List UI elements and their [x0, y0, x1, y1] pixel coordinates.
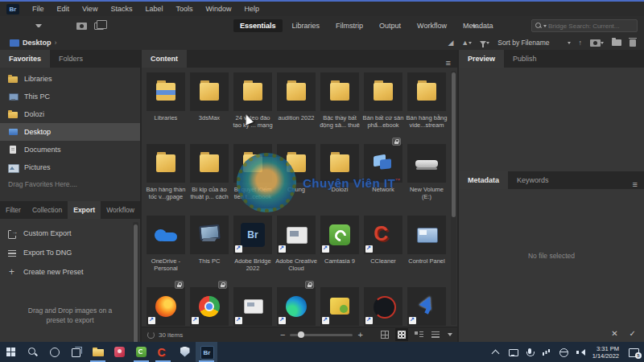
- sidebar-item-this-pc[interactable]: This PC: [0, 88, 140, 105]
- taskbar-start[interactable]: [0, 342, 22, 362]
- tray-network[interactable]: [559, 348, 568, 357]
- workspace-tabs-chevron-icon[interactable]: [472, 25, 477, 31]
- search-box[interactable]: [531, 19, 638, 32]
- export-preset-export-to-dng[interactable]: Export To DNG: [0, 243, 140, 262]
- menu-help[interactable]: Help: [237, 2, 266, 16]
- sort-ascending-icon[interactable]: ↑: [579, 39, 583, 47]
- content-item-b-c-th-y-b-t-ng-s-thu[interactable]: Bậc thầy bất động sả... thuê: [318, 71, 361, 142]
- taskbar-file-explorer[interactable]: [87, 342, 109, 362]
- sidebar-item-desktop[interactable]: Desktop: [0, 123, 140, 141]
- sidebar-item-libraries[interactable]: Libraries: [0, 70, 140, 88]
- view-thumbnail-view[interactable]: [397, 330, 407, 339]
- tray-volume[interactable]: [576, 348, 585, 357]
- metadata-apply-icon[interactable]: ✓: [630, 329, 636, 338]
- tray-microphone[interactable]: [525, 348, 535, 357]
- content-item-camtasia-9[interactable]: Camtasia 9: [318, 214, 361, 286]
- workspace-tab-metadata[interactable]: Metadata: [456, 19, 500, 32]
- taskbar-windows-security[interactable]: [174, 342, 196, 362]
- delete-icon[interactable]: [630, 39, 636, 47]
- content-item-onedrive-personal[interactable]: OneDrive - Personal: [144, 214, 188, 286]
- taskbar-ccleaner[interactable]: [152, 342, 174, 362]
- rotate-camera-icon[interactable]: [590, 39, 604, 47]
- slider-knob[interactable]: [298, 331, 304, 338]
- action-center-icon[interactable]: 5: [628, 348, 639, 357]
- content-item-edge[interactable]: [275, 286, 318, 327]
- taskbar-camtasia[interactable]: [130, 342, 152, 362]
- taskbar-search[interactable]: [22, 342, 43, 362]
- tab-publish[interactable]: Publish: [504, 50, 546, 68]
- content-item-dark-app[interactable]: [361, 286, 405, 327]
- export-preset-custom-export[interactable]: Custom Export: [0, 224, 140, 243]
- tray-tray-expand[interactable]: [491, 348, 501, 357]
- workspace-tab-libraries[interactable]: Libraries: [286, 19, 327, 32]
- tray-signal[interactable]: [542, 348, 551, 357]
- taskbar-task-view[interactable]: [65, 342, 87, 362]
- menu-view[interactable]: View: [76, 2, 104, 16]
- tab-export[interactable]: Export: [68, 201, 101, 219]
- tab-folders[interactable]: Folders: [50, 50, 92, 68]
- content-item-b-quy-t-ki-m-ti-n-t-cebook[interactable]: Bí quyết Kiếm tiền t...cebook: [231, 142, 275, 214]
- sort-dropdown[interactable]: Sort by Filename: [497, 39, 570, 47]
- content-item-new-volume-e[interactable]: New Volume (E:): [405, 142, 448, 214]
- content-item-pointer-app[interactable]: [405, 286, 448, 327]
- search-input[interactable]: [548, 23, 629, 30]
- content-item-dolozi[interactable]: Dolozi: [318, 142, 361, 214]
- workspace-tab-workflow[interactable]: Workflow: [411, 19, 453, 32]
- content-item-network[interactable]: Network: [361, 142, 405, 214]
- search-scope-chevron-icon[interactable]: [543, 25, 547, 29]
- content-item-b-k-p-c-a-o-thu-t-p-c-ch[interactable]: Bí kịp của áo thuật p... cách: [188, 142, 231, 214]
- bridge-app-icon[interactable]: Br: [6, 4, 19, 14]
- tab-keywords[interactable]: Keywords: [508, 171, 558, 189]
- tray-display[interactable]: [508, 348, 518, 357]
- export-scrollbar[interactable]: [133, 222, 138, 362]
- content-item-firefox[interactable]: [144, 286, 188, 327]
- content-item-chung[interactable]: Chung: [275, 142, 318, 214]
- workspace-tab-essentials[interactable]: Essentials: [233, 19, 283, 32]
- toolbar-camera-import[interactable]: [76, 23, 87, 30]
- content-item-audition-2022[interactable]: audition 2022: [275, 71, 318, 142]
- content-item-3dsmax[interactable]: 3dsMax: [188, 71, 231, 142]
- view-options-chevron-icon[interactable]: [448, 333, 452, 339]
- view-list-view[interactable]: [431, 330, 440, 339]
- tab-favorites[interactable]: Favorites: [0, 50, 50, 68]
- content-item-b-n-h-ng-b-ng-vide-stream[interactable]: Bán hàng bằng vide...stream: [405, 71, 448, 142]
- metadata-cancel-icon[interactable]: ✕: [611, 329, 617, 338]
- content-item-adobe-creative-cloud[interactable]: Adobe Creative Cloud: [275, 214, 318, 286]
- content-item-adobe-bridge-2022[interactable]: Adobe Bridge 2022: [231, 214, 275, 286]
- breadcrumb[interactable]: Desktop ›: [0, 39, 57, 47]
- content-item-ccleaner[interactable]: CCleaner: [361, 214, 405, 286]
- tab-metadata[interactable]: Metadata: [459, 171, 508, 189]
- tab-preview[interactable]: Preview: [459, 50, 504, 68]
- content-item-b-n-h-ng-th-n-t-c-v-gpage[interactable]: Bán hàng thần tốc v...gpage: [144, 142, 188, 214]
- workspace-tab-output[interactable]: Output: [373, 19, 407, 32]
- content-item-yellow-app[interactable]: [318, 286, 361, 327]
- content-item-control-panel[interactable]: Control Panel: [405, 214, 448, 286]
- content-item-windows-app[interactable]: [231, 286, 275, 327]
- zoom-out-icon[interactable]: −: [280, 330, 285, 339]
- metadata-menu-icon[interactable]: ≡: [633, 176, 644, 189]
- content-item-chrome[interactable]: [188, 286, 231, 327]
- taskbar-adobe-bridge[interactable]: [196, 342, 217, 362]
- toolbar-nav-dropdown[interactable]: [35, 24, 42, 30]
- tab-filter[interactable]: Filter: [0, 201, 27, 219]
- new-folder-icon[interactable]: [612, 39, 621, 46]
- rating-slope-icon[interactable]: ◢: [448, 39, 453, 47]
- tab-workflow[interactable]: Workflow: [101, 201, 140, 219]
- content-item-this-pc[interactable]: This PC: [188, 214, 231, 286]
- content-item-libraries[interactable]: Libraries: [144, 71, 188, 142]
- clock[interactable]: 3:31 PM 1/14/2022: [592, 345, 619, 360]
- view-grid-view[interactable]: [380, 330, 390, 339]
- view-details-view[interactable]: [414, 330, 423, 339]
- filter-funnel-icon[interactable]: [480, 39, 489, 46]
- tab-content[interactable]: Content: [142, 50, 187, 68]
- menu-window[interactable]: Window: [199, 2, 237, 16]
- content-item-b-n-b-t-c-s-n-ph-ebook[interactable]: Bán bất cứ sàn phẩ...ebook: [361, 71, 405, 142]
- taskbar-pink-app[interactable]: [109, 342, 130, 362]
- rating-filter-icon[interactable]: ▲: [461, 39, 472, 47]
- tab-collection[interactable]: Collection: [27, 201, 68, 219]
- menu-stacks[interactable]: Stacks: [104, 2, 138, 16]
- content-item-24-video-o-t-o-k-m-ng[interactable]: 24 video đào tạo kỹ ... mạng: [231, 71, 275, 142]
- sidebar-item-dolozi[interactable]: Dolozi: [0, 105, 140, 123]
- menu-tools[interactable]: Tools: [169, 2, 199, 16]
- workspace-tab-filmstrip[interactable]: Filmstrip: [329, 19, 369, 32]
